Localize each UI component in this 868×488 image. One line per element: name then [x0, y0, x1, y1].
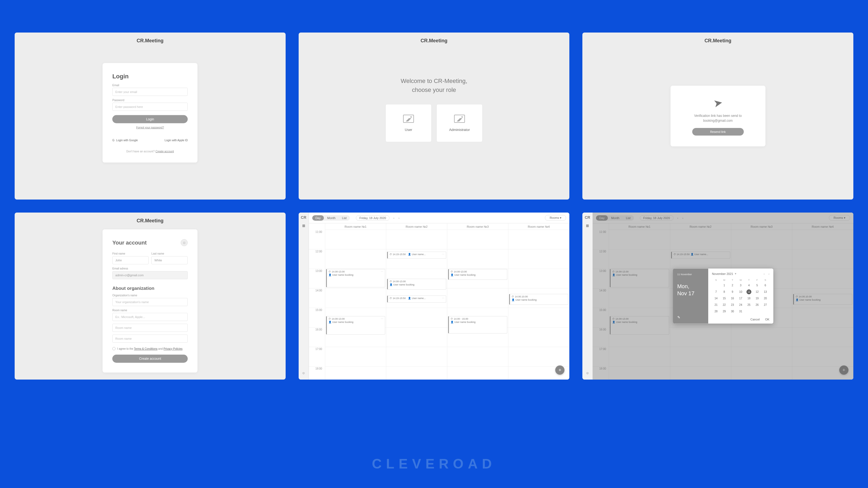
first-name-input[interactable]	[112, 256, 149, 264]
datepicker-day[interactable]: 20	[761, 296, 769, 301]
chevron-down-icon[interactable]: ▾	[735, 272, 737, 275]
datepicker-cancel[interactable]: Cancel	[750, 318, 760, 321]
role-user-card[interactable]: User	[385, 104, 432, 142]
calendar-icon[interactable]: ▦	[301, 223, 306, 228]
login-button[interactable]: Login	[112, 115, 188, 123]
forgot-password-link[interactable]: Forgot your password?	[112, 126, 188, 129]
terms-link[interactable]: Terms & Conditions	[134, 347, 158, 350]
next-day-button[interactable]: ›	[397, 216, 401, 220]
datepicker-day[interactable]: 18	[745, 296, 753, 301]
datepicker-day[interactable]: 22	[720, 302, 728, 307]
rooms-dropdown[interactable]: Rooms ▾	[545, 215, 566, 221]
verify-card: ➤ Verification link has been send to boo…	[671, 86, 766, 147]
datepicker-days: 1234567891011121314151617181920212223242…	[712, 283, 770, 314]
resend-link-button[interactable]: Resend link	[692, 128, 744, 135]
view-list[interactable]: List	[339, 215, 350, 221]
datepicker-day[interactable]: 30	[728, 309, 737, 314]
datepicker-day[interactable]: 26	[753, 302, 761, 307]
datepicker-day[interactable]: 29	[720, 309, 728, 314]
datepicker-day[interactable]: 3	[737, 283, 745, 288]
datepicker-day[interactable]: 11	[746, 290, 751, 294]
email-label: Email	[112, 84, 188, 87]
datepicker-month[interactable]: November 2021	[712, 272, 733, 275]
more-icon[interactable]: ⋯	[442, 297, 444, 300]
create-account-button[interactable]: Create account	[112, 355, 188, 363]
datepicker-ok[interactable]: OK	[765, 318, 770, 321]
datepicker-day[interactable]: 27	[761, 302, 769, 307]
edit-icon[interactable]: ✎	[677, 315, 704, 319]
email-label: Email adress	[112, 267, 188, 270]
user-icon[interactable]: ☺	[585, 370, 590, 376]
calendar-icon[interactable]: ▦	[585, 223, 590, 228]
privacy-link[interactable]: Privacy Policies	[163, 347, 183, 350]
google-icon: G	[112, 138, 115, 141]
brand: CR.Meeting	[705, 38, 731, 44]
create-account-link[interactable]: Create account	[155, 150, 174, 153]
user-icon[interactable]: ☺	[301, 370, 306, 376]
more-icon[interactable]: ⋯	[381, 270, 383, 273]
datepicker-day[interactable]: 16	[728, 296, 737, 301]
view-month[interactable]: Month	[324, 215, 339, 221]
datepicker-day[interactable]: 28	[712, 309, 720, 314]
role-admin-label: Administrator	[449, 128, 470, 132]
datepicker-day	[712, 283, 720, 288]
password-input[interactable]	[112, 102, 188, 110]
datepicker-day[interactable]: 12	[753, 290, 761, 294]
datepicker-day[interactable]: 2	[728, 283, 737, 288]
datepicker-day[interactable]: 9	[728, 290, 737, 294]
more-icon[interactable]: ⋯	[381, 318, 383, 320]
account-card: Your account ⊡ First name Last name Emai…	[102, 229, 197, 372]
datepicker-day[interactable]: 31	[737, 309, 745, 314]
email-input[interactable]	[112, 271, 188, 279]
login-title: Login	[112, 73, 188, 80]
prev-day-button[interactable]: ‹	[392, 216, 396, 220]
datepicker-day[interactable]: 8	[720, 290, 728, 294]
role-admin-card[interactable]: Administrator	[436, 104, 483, 142]
login-apple-button[interactable]: Login with Apple ID	[163, 138, 188, 141]
agree-checkbox[interactable]	[112, 347, 116, 350]
datepicker-day[interactable]: 25	[745, 302, 753, 307]
datepicker-day[interactable]: 19	[753, 296, 761, 301]
login-google-button[interactable]: G Login with Google	[112, 138, 138, 141]
datepicker-day[interactable]: 21	[712, 302, 720, 307]
more-icon[interactable]: ⋯	[442, 253, 444, 256]
room-name-input-3[interactable]	[112, 334, 188, 343]
prev-month-button[interactable]: ‹	[764, 272, 765, 275]
datepicker-day[interactable]: 17	[737, 296, 745, 301]
sidebar-logo[interactable]: CR	[585, 215, 590, 220]
datepicker-day[interactable]: 10	[737, 290, 745, 294]
datepicker-day[interactable]: 4	[745, 283, 753, 288]
footer-brand: CLEVEROAD	[372, 456, 496, 472]
datepicker-day[interactable]: 7	[712, 290, 720, 294]
event[interactable]: ⏱ 14.15-15:50 👤 User name... ⋯	[387, 252, 446, 259]
view-day[interactable]: Day	[312, 215, 324, 221]
datepicker-day[interactable]: 6	[761, 283, 769, 288]
event[interactable]: ⏱ 14.00-13.00 👤 User name booking	[448, 269, 507, 280]
current-date[interactable]: Friday, 18 July 2020	[356, 215, 390, 221]
account-screen: CR.Meeting Your account ⊡ First name Las…	[14, 213, 286, 380]
datepicker-day[interactable]: 23	[728, 302, 737, 307]
room-name-label: Room name	[112, 309, 188, 312]
event[interactable]: ⏱ 14.15-15:50 👤 User name... ⋯	[387, 295, 446, 302]
avatar-placeholder[interactable]: ⊡	[181, 239, 188, 246]
datepicker-day[interactable]: 13	[761, 290, 769, 294]
room-name-input-1[interactable]	[112, 313, 188, 321]
event[interactable]: ⏱ 14.00-13.00 👤 User name booking ⋯	[326, 269, 385, 287]
org-name-input[interactable]	[112, 298, 188, 306]
datepicker-day[interactable]: 5	[753, 283, 761, 288]
datepicker-day[interactable]: 14	[712, 296, 720, 301]
role-user-label: User	[405, 128, 412, 132]
next-month-button[interactable]: ›	[769, 272, 770, 275]
sidebar-logo[interactable]: CR	[301, 215, 306, 220]
last-name-input[interactable]	[151, 256, 188, 264]
calendar-screen: CR ▦ ☺ Day Month List Friday, 18 July 20…	[299, 213, 569, 380]
org-section-title: About organization	[112, 286, 188, 291]
email-input[interactable]	[112, 88, 188, 96]
event[interactable]: ⏱ 14.00.10.00 👤 User name booking	[509, 294, 568, 305]
room-name-input-2[interactable]	[112, 324, 188, 332]
datepicker-day[interactable]: 1	[720, 283, 728, 288]
event[interactable]: ⏱ 14.00-13.00 👤 User name booking	[387, 279, 446, 290]
datepicker-day[interactable]: 24	[737, 302, 745, 307]
image-placeholder-icon	[403, 115, 414, 123]
datepicker-day[interactable]: 15	[720, 296, 728, 301]
